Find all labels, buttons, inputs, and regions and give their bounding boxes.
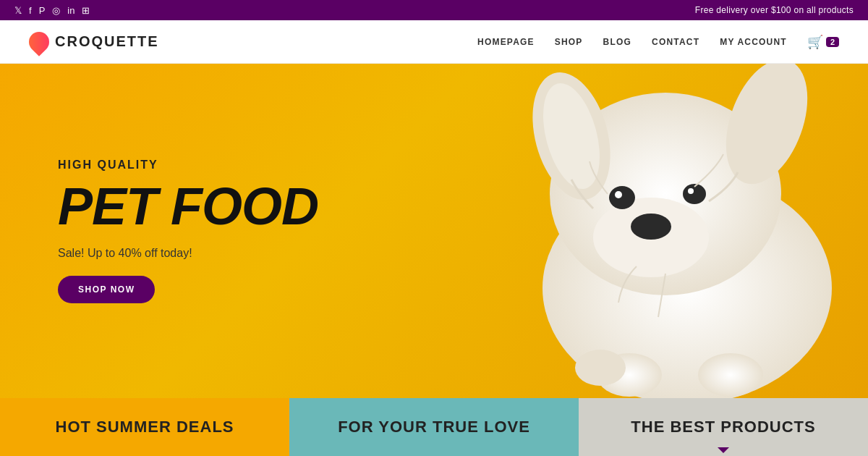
nav-contact[interactable]: CONTACT	[652, 37, 699, 47]
cart-icon: 🛒	[807, 34, 823, 50]
hero-sale-text: Sale! Up to 40% off today!	[58, 247, 318, 260]
facebook-icon[interactable]: f	[29, 5, 32, 16]
social-icons: 𝕏 f P ◎ in ⊞	[14, 5, 90, 16]
shop-now-button[interactable]: SHOP NOW	[58, 276, 155, 303]
nav-blog[interactable]: BLOG	[603, 37, 631, 47]
svg-point-10	[688, 188, 694, 194]
banner-best-products-text: THE BEST PRODUCTS	[631, 418, 815, 436]
rss-icon[interactable]: ⊞	[82, 5, 90, 16]
banner-true-love-text: FOR YOUR TRUE LOVE	[338, 418, 530, 436]
nav-homepage[interactable]: HOMEPAGE	[477, 37, 535, 47]
hero-content: HIGH QUALITY PET FOOD Sale! Up to 40% of…	[58, 159, 318, 303]
banner-true-love[interactable]: FOR YOUR TRUE LOVE	[289, 398, 579, 456]
logo-icon	[25, 28, 54, 56]
logo[interactable]: CROQUETTE	[29, 32, 159, 52]
promo-text: Free delivery over $100 on all products	[695, 5, 854, 15]
top-bar: 𝕏 f P ◎ in ⊞ Free delivery over $100 on …	[0, 0, 868, 20]
svg-point-6	[631, 214, 671, 240]
bottom-banners: HOT SUMMER DEALS FOR YOUR TRUE LOVE THE …	[0, 398, 868, 456]
hero-title: PET FOOD	[58, 180, 318, 232]
banner-arrow-icon	[718, 447, 729, 453]
hero-section: HIGH QUALITY PET FOOD Sale! Up to 40% of…	[0, 64, 868, 398]
cart-count: 2	[826, 37, 839, 47]
dog-image	[362, 64, 868, 398]
nav-shop[interactable]: SHOP	[555, 37, 583, 47]
hero-subtitle: HIGH QUALITY	[58, 159, 318, 172]
svg-point-9	[615, 191, 622, 198]
svg-point-13	[575, 350, 626, 386]
twitter-icon[interactable]: 𝕏	[14, 5, 22, 16]
instagram-icon[interactable]: ◎	[52, 5, 60, 16]
feed-icon[interactable]: in	[67, 5, 75, 16]
nav-my-account[interactable]: MY ACCOUNT	[720, 37, 787, 47]
pinterest-icon[interactable]: P	[39, 5, 46, 16]
svg-point-8	[683, 184, 706, 204]
main-nav: HOMEPAGE SHOP BLOG CONTACT MY ACCOUNT 🛒 …	[477, 34, 839, 50]
header: CROQUETTE HOMEPAGE SHOP BLOG CONTACT MY …	[0, 20, 868, 64]
svg-point-12	[698, 353, 763, 397]
logo-text: CROQUETTE	[55, 33, 159, 50]
banner-summer-deals-text: HOT SUMMER DEALS	[56, 418, 234, 436]
banner-summer-deals[interactable]: HOT SUMMER DEALS	[0, 398, 289, 456]
banner-best-products[interactable]: THE BEST PRODUCTS	[579, 398, 868, 456]
cart-button[interactable]: 🛒 2	[807, 34, 839, 50]
svg-point-7	[609, 186, 635, 209]
